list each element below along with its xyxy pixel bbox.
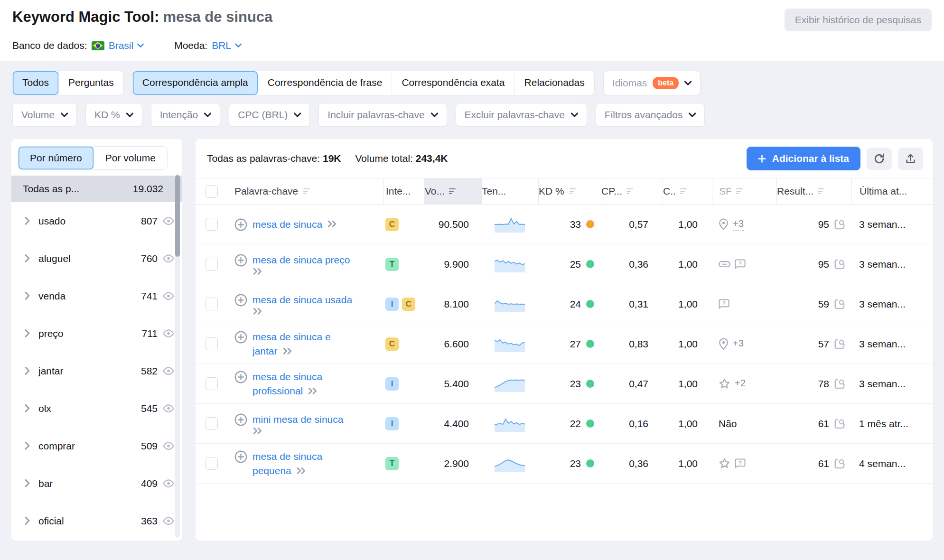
serp-icon[interactable] — [833, 418, 846, 430]
plus-circle-icon[interactable] — [234, 371, 247, 383]
keyword-link[interactable]: pequena — [252, 464, 291, 477]
eye-icon[interactable] — [162, 367, 175, 375]
row-checkbox[interactable] — [205, 258, 218, 271]
languages-dropdown[interactable]: Idiomas beta — [603, 71, 701, 95]
double-chevron-icon[interactable] — [252, 427, 263, 434]
plus-circle-icon[interactable] — [234, 450, 247, 463]
double-chevron-icon[interactable] — [296, 467, 307, 474]
row-checkbox[interactable] — [205, 337, 218, 350]
sidebar-tab-por-volume[interactable]: Por volume — [93, 147, 167, 169]
eye-icon[interactable] — [162, 442, 175, 450]
tab-correspondencia-ampla[interactable]: Correspondência ampla — [133, 71, 258, 95]
sidebar-group-preco[interactable]: preço711 — [11, 315, 182, 352]
row-checkbox[interactable] — [205, 417, 218, 430]
sidebar-group-olx[interactable]: olx545 — [11, 390, 182, 427]
keyword-link[interactable]: mesa de sinuca — [252, 370, 322, 383]
filter-excluir-palavras-chave[interactable]: Excluir palavras-chave — [456, 103, 587, 127]
select-all-checkbox[interactable] — [205, 185, 218, 198]
sidebar-group-comprar[interactable]: comprar509 — [11, 427, 182, 465]
sidebar-group-bar[interactable]: bar409 — [11, 465, 182, 502]
sidebar-group-jantar[interactable]: jantar582 — [11, 352, 182, 390]
export-button[interactable] — [898, 148, 923, 170]
double-chevron-icon[interactable] — [327, 220, 337, 227]
serp-icon[interactable] — [833, 218, 846, 231]
question-bubble-icon[interactable]: ? — [735, 259, 746, 270]
keyword-link[interactable]: jantar — [252, 345, 278, 357]
double-chevron-icon[interactable] — [282, 347, 293, 355]
keyword-link[interactable]: mesa de sinuca preço — [252, 253, 350, 266]
keyword-link[interactable]: mesa de sinuca — [252, 450, 322, 463]
plus-circle-icon[interactable] — [234, 413, 247, 426]
location-pin-icon[interactable] — [719, 218, 729, 230]
star-icon[interactable] — [719, 457, 730, 469]
serp-icon[interactable] — [833, 258, 846, 271]
tab-relacionadas[interactable]: Relacionadas — [514, 71, 594, 95]
row-checkbox[interactable] — [205, 377, 218, 390]
keyword-link[interactable]: mesa de sinuca usada — [252, 293, 352, 306]
tab-todos[interactable]: Todos — [13, 71, 58, 95]
sidebar-group-venda[interactable]: venda741 — [11, 277, 182, 315]
filter-kd-%[interactable]: KD % — [85, 103, 142, 127]
eye-icon[interactable] — [162, 329, 175, 337]
sidebar-group-aluguel[interactable]: aluguel760 — [11, 240, 182, 277]
serp-features-more-link[interactable]: +3 — [733, 338, 744, 350]
eye-icon[interactable] — [162, 404, 175, 412]
keyword-link[interactable]: mini mesa de sinuca — [252, 413, 343, 426]
eye-icon[interactable] — [162, 217, 175, 225]
add-to-list-button[interactable]: Adicionar à lista — [747, 147, 860, 170]
column-header-sf[interactable]: SF — [712, 178, 776, 204]
serp-icon[interactable] — [833, 457, 846, 470]
double-chevron-icon[interactable] — [252, 268, 263, 275]
eye-icon[interactable] — [162, 517, 175, 525]
plus-circle-icon[interactable] — [234, 331, 247, 344]
column-header-trend[interactable]: Ten... — [481, 178, 538, 204]
keyword-link[interactable]: profissional — [252, 384, 303, 397]
sidebar-tab-por-numero[interactable]: Por número — [19, 147, 93, 169]
link-icon[interactable] — [719, 261, 730, 267]
refresh-button[interactable] — [867, 148, 892, 170]
currency-select[interactable]: Moeda: BRL — [174, 40, 242, 51]
sidebar-group-oficial[interactable]: oficial363 — [11, 502, 182, 540]
filter-filtros-avancados[interactable]: Filtros avançados — [596, 103, 705, 127]
column-header-updated[interactable]: Última at... — [851, 178, 933, 204]
keyword-link[interactable]: mesa de sinuca e — [252, 330, 331, 343]
keyword-link[interactable]: mesa de sinuca — [252, 218, 322, 231]
column-header-intent[interactable]: Inte... — [383, 178, 424, 204]
column-header-com[interactable]: C.. — [663, 178, 712, 204]
sidebar-all-keywords-row[interactable]: Todas as p... 19.032 — [11, 176, 182, 202]
column-header-kw[interactable]: Palavra-chave — [227, 178, 383, 204]
double-chevron-icon[interactable] — [252, 308, 263, 315]
filter-cpc-brl[interactable]: CPC (BRL) — [229, 103, 310, 127]
column-header-results[interactable]: Result... — [776, 178, 851, 204]
sidebar-scrollbar-thumb[interactable] — [175, 175, 180, 257]
serp-icon[interactable] — [833, 378, 846, 390]
location-pin-icon[interactable] — [719, 338, 729, 350]
serp-icon[interactable] — [833, 298, 846, 310]
database-select[interactable]: Banco de dados: Brasil — [12, 40, 144, 51]
tab-correspondencia-exata[interactable]: Correspondência exata — [392, 71, 514, 95]
plus-circle-icon[interactable] — [234, 218, 247, 231]
question-bubble-icon[interactable]: ? — [719, 299, 729, 309]
serp-icon[interactable] — [833, 338, 846, 350]
filter-volume[interactable]: Volume — [12, 103, 77, 127]
row-checkbox[interactable] — [205, 218, 218, 231]
column-header-volume[interactable]: Vo... — [424, 178, 481, 204]
eye-icon[interactable] — [162, 254, 175, 262]
serp-features-more-link[interactable]: +2 — [735, 378, 746, 390]
question-bubble-icon[interactable]: ? — [735, 458, 746, 469]
sidebar-group-usado[interactable]: usado807 — [11, 202, 182, 240]
plus-circle-icon[interactable] — [234, 294, 247, 307]
filter-intencao[interactable]: Intenção — [151, 103, 221, 127]
eye-icon[interactable] — [162, 479, 175, 487]
star-icon[interactable] — [719, 378, 730, 390]
tab-perguntas[interactable]: Perguntas — [58, 71, 123, 95]
row-checkbox[interactable] — [205, 457, 218, 470]
double-chevron-icon[interactable] — [308, 387, 318, 394]
column-header-cpc[interactable]: CP... — [601, 178, 663, 204]
serp-features-more-link[interactable]: +3 — [733, 218, 744, 231]
eye-icon[interactable] — [162, 292, 175, 300]
filter-incluir-palavras-chave[interactable]: Incluir palavras-chave — [318, 103, 447, 127]
column-header-kd[interactable]: KD % — [538, 178, 601, 204]
plus-circle-icon[interactable] — [234, 254, 247, 267]
history-button[interactable]: Exibir histórico de pesquisas — [785, 9, 932, 31]
